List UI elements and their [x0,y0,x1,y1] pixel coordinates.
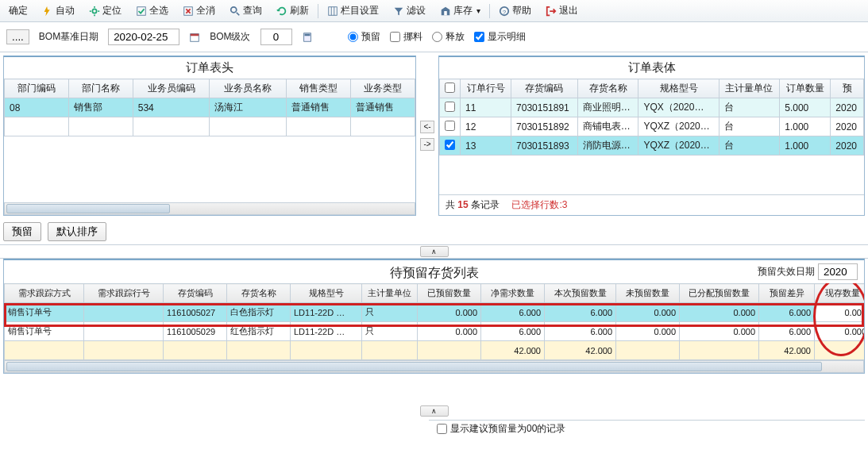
main-toolbar: 确定 自动 定位 全选 全消 查询 刷新 栏目设置 滤设 库存▾ ?帮助 退出 [0,0,868,22]
filter-icon [393,6,404,17]
unselect-button[interactable]: 全消 [177,2,221,20]
columns-icon [327,6,338,17]
bom-base-date-label: BOM基准日期 [39,30,98,44]
calendar-icon[interactable] [189,32,200,43]
expiry-label: 预留失效日期 [758,265,815,279]
table-row[interactable]: 117030151891商业照明… YQX（2020…台5.0002020 [440,98,864,117]
expiry-date-input[interactable] [818,263,858,280]
table-row[interactable] [5,117,415,136]
help-button[interactable]: ?帮助 [493,2,537,20]
confirm-button[interactable]: 确定 [3,2,33,20]
table-row[interactable]: 137030151893消防电源… YQXZ（2020…台1.0002020 [440,136,864,156]
locate-icon [89,6,100,17]
default-sort-button[interactable]: 默认排序 [48,222,106,241]
middle-bar: 预留 默认排序 [0,219,868,245]
table-row[interactable]: 销售订单号1161005029红色指示灯 LD11-22D …只0.0006.0… [5,322,866,341]
table-sum-row: 42.00042.000 42.000 [5,341,866,360]
pending-table-wrap: 需求跟踪方式需求跟踪行号存货编码存货名称 规格型号主计量单位已预留数量净需求数量… [3,283,865,374]
parameter-bar: .... BOM基准日期 BOM级次 预留 挪料 释放 显示明细 [0,22,868,52]
svg-rect-1 [137,6,146,15]
bom-base-picker-button[interactable]: .... [6,29,29,44]
svg-point-3 [231,6,237,12]
select-all-checkbox[interactable] [445,83,455,93]
order-body-title: 订单表体 [439,57,864,79]
collapse-right-button[interactable]: -> [420,138,434,151]
bottom-hint: 显示建议预留量为00的记录 [429,420,865,437]
bom-base-date-input[interactable] [108,29,179,45]
table-row[interactable]: 08销售部534 汤海江普通销售普通销售 [5,98,415,117]
stock-icon [440,6,451,17]
refresh-button[interactable]: 刷新 [271,2,314,20]
help-icon: ? [499,6,510,17]
query-button[interactable]: 查询 [224,2,268,20]
horizontal-scrollbar[interactable] [4,202,415,215]
svg-rect-11 [304,33,310,36]
calc-icon[interactable] [302,32,313,43]
horizontal-scrollbar[interactable] [4,360,864,373]
pending-title: 待预留存货列表 [390,266,479,279]
body-footer: 共 15 条记录 已选择行数:3 [439,194,864,215]
pending-title-bar: 待预留存货列表 预留失效日期 [3,259,865,283]
order-body-panel: 订单表体 订单行号存货编码存货名称 规格型号主计量单位订单数量预 1170301… [438,56,865,216]
svg-rect-5 [444,11,447,15]
order-head-title: 订单表头 [4,57,415,79]
svg-text:?: ? [503,8,507,15]
collapse-bottom-button[interactable]: ∧ [420,405,449,417]
filter-button[interactable]: 滤设 [388,2,431,20]
scrap-checkbox[interactable]: 挪料 [390,30,422,44]
bom-level-input[interactable] [260,29,292,45]
bolt-icon [42,6,53,17]
auto-button[interactable]: 自动 [37,2,80,20]
order-head-table[interactable]: 部门编码部门名称业务员编码 业务员名称销售类型业务类型 08销售部534 汤海江… [4,79,415,136]
pending-table[interactable]: 需求跟踪方式需求跟踪行号存货编码存货名称 规格型号主计量单位已预留数量净需求数量… [4,283,865,360]
search-icon [230,6,241,17]
show-detail-checkbox[interactable]: 显示明细 [474,30,526,44]
selectall-icon [136,6,147,17]
stock-button[interactable]: 库存▾ [434,2,486,20]
svg-rect-4 [329,6,338,15]
reserve-button[interactable]: 预留 [3,222,41,241]
columns-button[interactable]: 栏目设置 [322,2,384,20]
vertical-splitter[interactable]: <- -> [419,52,435,219]
order-body-table[interactable]: 订单行号存货编码存货名称 规格型号主计量单位订单数量预 117030151891… [439,79,864,156]
svg-point-0 [92,9,96,13]
total-count: 15 [457,199,468,210]
exit-button[interactable]: 退出 [540,2,584,20]
release-radio[interactable]: 释放 [432,30,465,44]
selectall-button[interactable]: 全选 [130,2,174,20]
collapse-left-button[interactable]: <- [420,121,434,133]
refresh-icon [276,6,287,17]
table-row[interactable]: 127030151892商铺电表… YQXZ（2020…台1.0002020 [440,117,864,136]
svg-rect-9 [191,33,199,36]
show-zero-checkbox[interactable] [437,424,447,434]
selected-count: 已选择行数:3 [511,199,567,210]
collapse-up-button[interactable]: ∧ [420,246,449,257]
bom-level-label: BOM级次 [210,30,250,44]
unselect-icon [183,6,194,17]
exit-icon [546,6,557,17]
locate-button[interactable]: 定位 [83,2,127,20]
table-row[interactable]: 销售订单号1161005027白色指示灯 LD11-22D …只0.0006.0… [5,303,866,322]
order-head-panel: 订单表头 部门编码部门名称业务员编码 业务员名称销售类型业务类型 08销售部53… [3,56,416,216]
reserve-radio[interactable]: 预留 [348,30,380,44]
